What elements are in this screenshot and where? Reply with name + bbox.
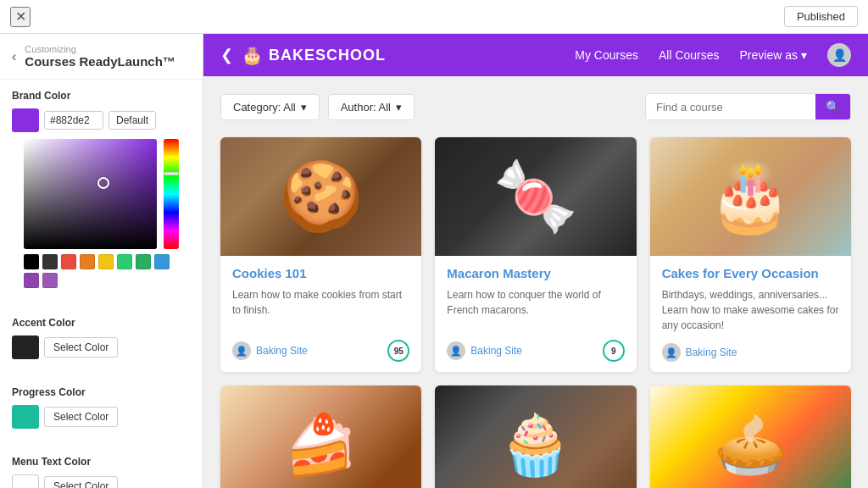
author-name-macaron-mastery[interactable]: Baking Site — [470, 345, 522, 357]
course-title-macaron-mastery[interactable]: Macaron Mastery — [447, 266, 624, 280]
brand-color-default-button[interactable]: Default — [108, 111, 156, 130]
course-title-cookies-101[interactable]: Cookies 101 — [232, 266, 409, 280]
swatch-light-purple[interactable] — [42, 273, 58, 288]
main-layout: ‹ Customizing Courses ReadyLaunch™ Brand… — [0, 34, 868, 488]
menu-text-color-swatch[interactable] — [12, 474, 39, 488]
published-button[interactable]: Published — [784, 6, 858, 27]
swatches-row — [24, 254, 179, 288]
course-desc-cakes: Birthdays, weddings, anniversaries... Le… — [662, 287, 839, 333]
color-gradient[interactable] — [24, 139, 157, 249]
menu-text-color-select-button[interactable]: Select Color — [44, 476, 118, 488]
course-card-cakes: Cakes for Every Occasion Birthdays, wedd… — [650, 137, 851, 372]
progress-color-select-button[interactable]: Select Color — [44, 407, 118, 427]
brand-color-swatch[interactable] — [12, 108, 39, 132]
accent-color-select-button[interactable]: Select Color — [44, 337, 118, 358]
sidebar-title: Courses ReadyLaunch™ — [25, 54, 175, 69]
swatch-purple[interactable] — [24, 273, 39, 288]
all-courses-nav-link[interactable]: All Courses — [659, 48, 720, 62]
course-image-cakes — [650, 137, 851, 256]
site-header: ❮ 🎂 BAKESCHOOL My Courses All Courses Pr… — [203, 34, 868, 76]
course-card-cookies-101: Cookies 101 Learn how to make cookies fr… — [220, 137, 421, 372]
course-footer-macaron-mastery: 👤 Baking Site 9 — [447, 340, 624, 362]
swatch-blue[interactable] — [154, 254, 170, 269]
swatch-green[interactable] — [117, 254, 132, 269]
lesson-badge-cookies-101: 95 — [387, 340, 409, 362]
search-input[interactable] — [646, 95, 815, 119]
customizing-label: Customizing — [25, 44, 175, 54]
author-info-macaron-mastery: 👤 Baking Site — [447, 341, 522, 360]
swatch-orange[interactable] — [80, 254, 95, 269]
author-chevron-icon: ▾ — [396, 101, 402, 114]
accent-color-section: Accent Color Select Color — [0, 307, 203, 376]
courses-grid: Cookies 101 Learn how to make cookies fr… — [220, 137, 851, 488]
hue-slider[interactable] — [164, 139, 179, 249]
header-back-icon[interactable]: ❮ — [220, 46, 233, 64]
header-nav: My Courses All Courses Preview as ▾ 👤 — [575, 43, 851, 67]
menu-text-color-label: Menu Text Color — [12, 456, 191, 468]
category-filter-button[interactable]: Category: All ▾ — [220, 94, 320, 120]
top-bar: ✕ Published — [0, 0, 868, 34]
logo-icon: 🎂 — [242, 45, 264, 65]
menu-text-color-section: Menu Text Color Select Color — [0, 446, 203, 488]
accent-color-label: Accent Color — [12, 317, 191, 329]
category-filter-label: Category: All — [233, 101, 296, 114]
menu-text-color-row: Select Color — [12, 474, 191, 488]
swatch-dark[interactable] — [42, 254, 58, 269]
course-card-bottom-2 — [435, 385, 636, 488]
author-info-cakes: 👤 Baking Site — [662, 343, 737, 362]
course-card-macaron-mastery: Macaron Mastery Learn how to conquer the… — [435, 137, 636, 372]
course-body-cookies-101: Cookies 101 Learn how to make cookies fr… — [220, 256, 421, 372]
search-button[interactable]: 🔍 — [815, 94, 850, 119]
accent-color-swatch[interactable] — [12, 336, 39, 359]
brand-color-label: Brand Color — [12, 90, 191, 102]
filter-row: Category: All ▾ Author: All ▾ 🔍 — [220, 93, 851, 120]
swatch-black[interactable] — [24, 254, 39, 269]
user-avatar[interactable]: 👤 — [827, 43, 851, 67]
hue-cursor — [164, 172, 179, 175]
author-name-cookies-101[interactable]: Baking Site — [256, 345, 308, 357]
course-desc-cookies-101: Learn how to make cookies from start to … — [232, 287, 409, 330]
picker-row — [24, 139, 179, 249]
my-courses-nav-link[interactable]: My Courses — [575, 48, 638, 62]
sidebar: ‹ Customizing Courses ReadyLaunch™ Brand… — [0, 34, 203, 488]
sidebar-title-group: Customizing Courses ReadyLaunch™ — [25, 44, 175, 69]
sidebar-header: ‹ Customizing Courses ReadyLaunch™ — [0, 34, 203, 80]
author-avatar-cookies-101: 👤 — [232, 341, 251, 360]
brand-color-hex-input[interactable] — [44, 111, 103, 130]
swatch-dark-green[interactable] — [136, 254, 151, 269]
course-image-macaron-mastery — [435, 137, 636, 256]
category-chevron-icon: ▾ — [301, 101, 307, 114]
progress-color-label: Progress Color — [12, 386, 191, 398]
content-area: ❮ 🎂 BAKESCHOOL My Courses All Courses Pr… — [203, 34, 868, 488]
preview-as-button[interactable]: Preview as ▾ — [740, 48, 807, 62]
author-avatar-macaron-mastery: 👤 — [447, 341, 465, 360]
brand-color-row: Default — [12, 108, 191, 132]
swatch-red[interactable] — [61, 254, 76, 269]
course-image-bottom-2 — [435, 385, 636, 488]
course-body-macaron-mastery: Macaron Mastery Learn how to conquer the… — [435, 256, 636, 372]
author-filter-label: Author: All — [341, 101, 391, 114]
author-info-cookies-101: 👤 Baking Site — [232, 341, 308, 360]
progress-color-swatch[interactable] — [12, 405, 39, 429]
close-button[interactable]: ✕ — [10, 7, 31, 27]
color-cursor — [97, 177, 109, 189]
course-card-bottom-3 — [650, 385, 851, 488]
search-box: 🔍 — [645, 93, 851, 120]
course-title-cakes[interactable]: Cakes for Every Occasion — [662, 266, 839, 280]
author-filter-button[interactable]: Author: All ▾ — [328, 94, 415, 120]
author-name-cakes[interactable]: Baking Site — [686, 347, 737, 358]
course-image-bottom-1 — [220, 385, 421, 488]
brand-color-section: Brand Color Default — [0, 80, 203, 307]
logo-text: BAKESCHOOL — [269, 47, 386, 64]
course-image-bottom-3 — [650, 385, 851, 488]
preview-as-label: Preview as — [740, 48, 798, 62]
swatch-yellow[interactable] — [98, 254, 114, 269]
course-footer-cookies-101: 👤 Baking Site 95 — [232, 340, 409, 362]
progress-color-section: Progress Color Select Color — [0, 376, 203, 446]
course-image-cookies-101 — [220, 137, 421, 256]
course-card-bottom-1 — [220, 385, 421, 488]
course-footer-cakes: 👤 Baking Site — [662, 343, 839, 362]
lesson-badge-macaron-mastery: 9 — [603, 340, 625, 362]
back-arrow-icon[interactable]: ‹ — [12, 49, 16, 64]
course-desc-macaron-mastery: Learn how to conquer the world of French… — [447, 287, 624, 330]
